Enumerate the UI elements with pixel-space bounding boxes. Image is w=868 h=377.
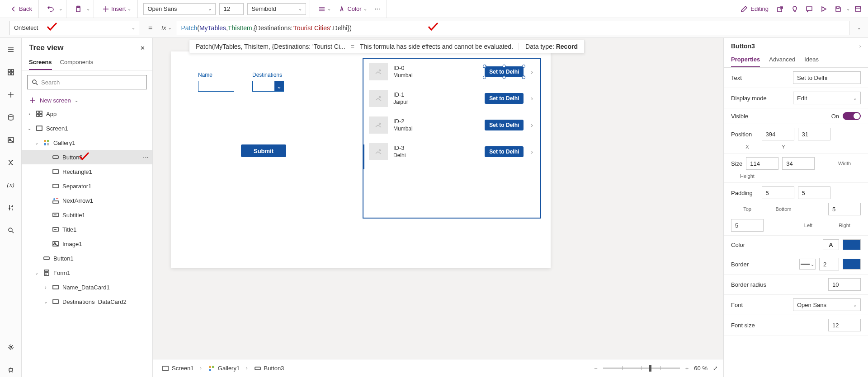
font-weight-selector[interactable]: Semibold⌄ xyxy=(247,3,306,15)
bc-screen1[interactable]: Screen1 xyxy=(158,363,197,374)
virtual-agent-rail-icon[interactable] xyxy=(4,363,18,377)
undo-button[interactable] xyxy=(44,4,57,14)
tools-rail-icon[interactable] xyxy=(4,200,18,215)
prop-pad-t[interactable]: 5 xyxy=(762,186,794,199)
node-more-icon[interactable]: ⋯ xyxy=(143,154,149,161)
media-rail-icon[interactable] xyxy=(4,133,18,147)
zoom-slider[interactable] xyxy=(603,368,680,369)
prop-color-fill[interactable] xyxy=(843,239,861,250)
font-color-button[interactable]: Color⌄ xyxy=(335,4,369,14)
prop-border-width[interactable]: 2 xyxy=(819,258,839,270)
more-button[interactable]: ⋯ xyxy=(372,4,383,14)
insert-button[interactable]: Insert ⌄ xyxy=(99,4,134,14)
fit-screen-button[interactable]: ⤢ xyxy=(713,365,718,372)
gallery-button-2[interactable]: Set to Delhi xyxy=(485,120,524,130)
tree-node-gallery1[interactable]: ⌄Gallery1 xyxy=(22,135,152,150)
close-panel-icon[interactable]: ✕ xyxy=(140,45,145,51)
prop-pad-b[interactable]: 5 xyxy=(798,186,830,199)
chevron-right-icon[interactable]: › xyxy=(529,68,535,75)
font-selector[interactable]: Open Sans⌄ xyxy=(143,3,216,15)
new-screen-button[interactable]: New screen⌄ xyxy=(22,94,152,107)
checker-button[interactable] xyxy=(788,4,801,14)
zoom-out-button[interactable]: − xyxy=(594,365,598,372)
prop-size-h[interactable]: 34 xyxy=(782,157,815,170)
gallery-button-3[interactable]: Set to Delhi xyxy=(485,146,524,157)
prop-pad-r[interactable]: 5 xyxy=(731,219,764,232)
tree-node-rectangle1[interactable]: Rectangle1 xyxy=(22,164,152,179)
prop-display-select[interactable]: Edit⌄ xyxy=(793,92,861,104)
gallery-row-3[interactable]: ID-3Delhi Set to Delhi › xyxy=(363,139,540,165)
tree-node-destcard[interactable]: ⌄Destinations_DataCard2 xyxy=(22,294,152,309)
prop-text-input[interactable]: Set to Delhi xyxy=(793,71,861,84)
formula-expand-button[interactable]: ⌄ xyxy=(850,25,868,30)
ptab-ideas[interactable]: Ideas xyxy=(804,53,819,67)
prop-border-color[interactable] xyxy=(843,259,861,270)
fx-button[interactable]: fx⌄ xyxy=(157,24,176,31)
font-size-selector[interactable]: 12 xyxy=(219,3,244,15)
tree-node-screen1[interactable]: ⌄Screen1 xyxy=(22,121,152,135)
bc-gallery1[interactable]: Gallery1 xyxy=(204,363,243,374)
chevron-right-icon[interactable]: › xyxy=(529,95,535,102)
align-button[interactable]: ⌄ xyxy=(316,4,334,14)
publish-button[interactable] xyxy=(852,4,864,14)
back-button[interactable]: Back xyxy=(7,4,35,14)
prop-size-w[interactable]: 114 xyxy=(746,157,778,170)
search-rail-icon[interactable] xyxy=(4,223,18,237)
canvas-screen[interactable]: Name Destinations ⌄ Submit xyxy=(171,51,551,268)
save-button[interactable] xyxy=(832,4,844,14)
data-rail-icon[interactable] xyxy=(4,110,18,125)
tree-node-button3[interactable]: Button3⋯ xyxy=(22,150,152,164)
share-button[interactable] xyxy=(774,4,787,14)
prop-pad-l[interactable]: 5 xyxy=(828,203,861,215)
tree-node-namecard[interactable]: ›Name_DataCard1 xyxy=(22,280,152,294)
tree-node-separator1[interactable]: Separator1 xyxy=(22,179,152,193)
hamburger-icon[interactable] xyxy=(4,42,18,57)
prop-pos-y[interactable]: 31 xyxy=(798,128,830,140)
gallery-row-1[interactable]: ID-1Jaipur Set to Delhi › xyxy=(363,85,540,112)
canvas-area[interactable]: Name Destinations ⌄ Submit xyxy=(153,38,723,359)
gallery-button-1[interactable]: Set to Delhi xyxy=(485,93,524,104)
prop-fontsize-input[interactable]: 12 xyxy=(828,319,861,331)
tab-screens[interactable]: Screens xyxy=(29,56,52,70)
bc-button3[interactable]: Button3 xyxy=(250,363,288,374)
editing-mode-button[interactable]: Editing xyxy=(737,4,772,14)
chevron-right-icon[interactable]: › xyxy=(529,148,535,155)
preview-button[interactable] xyxy=(817,4,830,14)
insert-rail-icon[interactable] xyxy=(4,88,18,102)
ptab-advanced[interactable]: Advanced xyxy=(769,53,795,67)
gallery-control[interactable]: ID-0Mumbai Set to Delhi › ID-1Jaipur Set… xyxy=(363,58,541,219)
variables-rail-icon[interactable]: (𝑥) xyxy=(4,178,18,192)
tree-node-form1[interactable]: ⌄Form1 xyxy=(22,265,152,280)
save-menu-chevron[interactable]: ⌄ xyxy=(846,6,850,11)
zoom-in-button[interactable]: + xyxy=(685,365,689,372)
paste-button[interactable] xyxy=(72,4,85,14)
formula-input[interactable]: Patch(MyTables, ThisItem, {Destinations:… xyxy=(176,21,850,35)
prop-visible-toggle[interactable] xyxy=(843,112,861,120)
undo-menu-chevron[interactable]: ⌄ xyxy=(59,6,62,11)
prop-font-select[interactable]: Open Sans⌄ xyxy=(793,298,861,311)
tree-node-image1[interactable]: Image1 xyxy=(22,237,152,251)
props-collapse-icon[interactable]: › xyxy=(859,44,861,49)
tree-node-subtitle1[interactable]: Subtitle1 xyxy=(22,208,152,222)
flows-rail-icon[interactable] xyxy=(4,155,18,170)
prop-color-text[interactable]: A xyxy=(823,239,839,250)
settings-rail-icon[interactable] xyxy=(4,340,18,354)
ptab-properties[interactable]: Properties xyxy=(731,53,760,67)
tree-search-input[interactable]: Search xyxy=(27,75,147,89)
form-dest-dropdown[interactable]: ⌄ xyxy=(252,81,284,92)
tree-node-app[interactable]: ›App xyxy=(22,107,152,121)
tree-view-icon[interactable] xyxy=(4,65,18,79)
tree-node-button1[interactable]: Button1 xyxy=(22,251,152,265)
prop-pos-x[interactable]: 394 xyxy=(762,128,794,140)
property-selector[interactable]: OnSelect⌄ xyxy=(9,21,140,35)
tree-node-title1[interactable]: Title1 xyxy=(22,222,152,237)
prop-borderradius-input[interactable]: 10 xyxy=(828,278,861,291)
chevron-right-icon[interactable]: › xyxy=(529,121,535,129)
tab-components[interactable]: Components xyxy=(60,56,94,70)
form-name-input[interactable] xyxy=(198,81,234,92)
comment-button[interactable] xyxy=(803,4,816,14)
paste-menu-chevron[interactable]: ⌄ xyxy=(86,6,90,11)
submit-button[interactable]: Submit xyxy=(241,144,286,157)
gallery-row-2[interactable]: ID-2Mumbai Set to Delhi › xyxy=(363,112,540,139)
prop-border-style[interactable]: ⌄ xyxy=(799,259,816,270)
